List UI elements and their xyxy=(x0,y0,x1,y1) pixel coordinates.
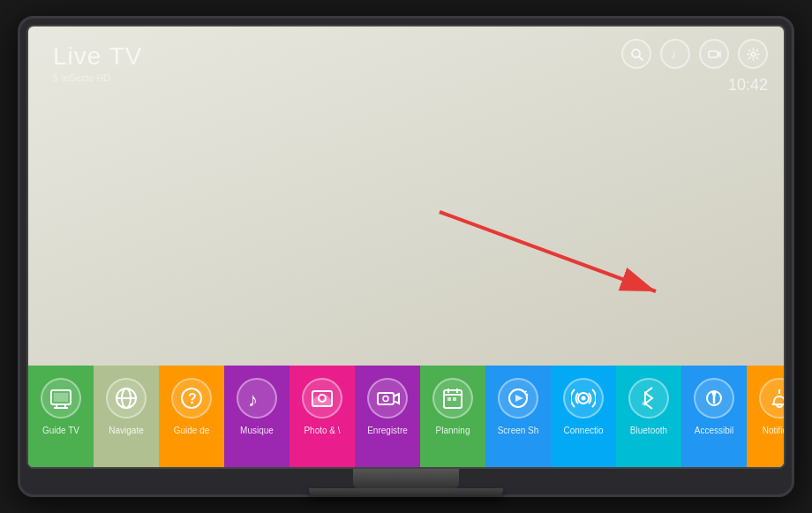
guide-de-icon: ? xyxy=(171,378,212,419)
connect-icon xyxy=(563,378,604,419)
channel-subtitle: 5 InSezto HD xyxy=(53,72,142,83)
svg-point-33 xyxy=(582,396,586,401)
svg-rect-28 xyxy=(447,397,451,401)
tv-stand xyxy=(353,469,459,488)
svg-marker-20 xyxy=(312,395,332,406)
notif-label: Notificati xyxy=(763,426,784,435)
svg-line-6 xyxy=(440,212,656,291)
enreg-icon xyxy=(367,378,408,419)
bluetooth-label: Bluetooth xyxy=(630,426,667,435)
connect-label: Connectio xyxy=(563,426,603,435)
tv-body: Live TV 5 InSezto HD ♪ xyxy=(18,16,794,497)
notif-icon xyxy=(759,378,784,419)
musique-label: Musique xyxy=(240,426,274,435)
menu-item-access[interactable]: Accessibil xyxy=(681,366,747,467)
menu-item-guide-tv[interactable]: Guide TV xyxy=(28,366,94,467)
svg-marker-31 xyxy=(515,395,523,402)
menu-bar: Guide TVNavigate?Guide de♪MusiquePhoto &… xyxy=(28,366,784,467)
toolbar: ♪ xyxy=(621,39,768,69)
menu-item-musique[interactable]: ♪Musique xyxy=(224,366,289,467)
svg-point-23 xyxy=(383,396,388,402)
settings-icon[interactable] xyxy=(738,39,768,69)
screen-title-area: Live TV 5 InSezto HD xyxy=(53,42,142,83)
musique-icon: ♪ xyxy=(237,378,277,419)
svg-point-4 xyxy=(751,52,755,56)
planning-label: Planning xyxy=(436,426,470,435)
menu-item-photo[interactable]: Photo & \ xyxy=(289,366,355,467)
svg-point-37 xyxy=(643,402,647,406)
svg-rect-11 xyxy=(54,393,68,402)
planning-icon xyxy=(432,378,473,419)
svg-text:♪: ♪ xyxy=(671,49,676,60)
access-icon xyxy=(694,378,734,419)
menu-item-bluetooth[interactable]: Bluetooth xyxy=(616,366,681,467)
menu-item-guide-de[interactable]: ?Guide de xyxy=(159,366,224,467)
svg-marker-34 xyxy=(645,393,652,404)
guide-de-label: Guide de xyxy=(174,426,210,435)
enreg-label: Enregistre xyxy=(367,426,408,435)
svg-marker-22 xyxy=(394,394,399,404)
menu-item-planning[interactable]: Planning xyxy=(420,366,485,467)
photo-label: Photo & \ xyxy=(304,426,340,435)
navigate-label: Navigate xyxy=(109,426,143,435)
svg-point-41 xyxy=(713,395,716,397)
photo-icon xyxy=(302,378,342,419)
svg-text:♪: ♪ xyxy=(248,389,258,411)
red-arrow xyxy=(431,203,678,309)
live-tv-title: Live TV xyxy=(53,42,142,71)
menu-item-connect[interactable]: Connectio xyxy=(551,366,616,467)
svg-text:?: ? xyxy=(188,391,197,406)
menu-item-enreg[interactable]: Enregistre xyxy=(355,366,420,467)
guide-tv-icon xyxy=(41,378,81,419)
screen-label: Screen Sh xyxy=(498,426,539,435)
menu-item-navigate[interactable]: Navigate xyxy=(94,366,159,467)
navigate-icon xyxy=(106,378,147,419)
input-icon[interactable] xyxy=(699,39,729,69)
svg-rect-3 xyxy=(709,51,718,57)
menu-item-notif[interactable]: Notificati xyxy=(747,366,784,467)
bluetooth-icon xyxy=(628,378,669,419)
svg-rect-29 xyxy=(453,397,456,401)
svg-rect-21 xyxy=(378,393,394,404)
guide-tv-label: Guide TV xyxy=(42,426,79,435)
svg-line-1 xyxy=(639,57,643,60)
menu-item-screen[interactable]: Screen Sh xyxy=(485,366,551,467)
access-label: Accessibil xyxy=(695,426,733,435)
tv-screen: Live TV 5 InSezto HD ♪ xyxy=(26,25,786,469)
clock-display: 10:42 xyxy=(728,76,768,94)
svg-line-35 xyxy=(645,388,652,393)
tv-stand-base xyxy=(309,488,503,497)
screen-icon xyxy=(498,378,538,419)
music-icon[interactable]: ♪ xyxy=(660,39,690,69)
search-icon[interactable] xyxy=(621,39,651,69)
